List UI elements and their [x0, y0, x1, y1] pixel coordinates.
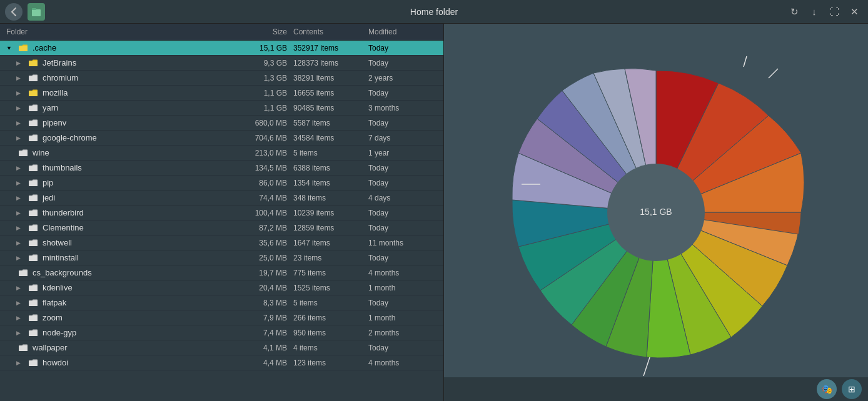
- close-button[interactable]: ✕: [845, 3, 863, 21]
- folder-icon: [28, 164, 39, 172]
- modified-cell: 7 days: [368, 134, 437, 142]
- modified-cell: Today: [368, 89, 437, 97]
- contents-cell: 352917 items: [293, 44, 368, 52]
- fullscreen-button[interactable]: ⛶: [825, 3, 843, 21]
- folder-name: pipenv: [43, 118, 66, 127]
- expand-arrow[interactable]: ▶: [16, 90, 24, 96]
- expand-arrow[interactable]: ▶: [16, 210, 24, 216]
- table-row[interactable]: ▶ pip 86,0 MB 1354 items Today: [0, 176, 443, 191]
- folder-icon: [28, 59, 39, 67]
- table-row[interactable]: wallpaper 4,1 MB 4 items Today: [0, 340, 443, 355]
- size-cell: 20,4 MB: [231, 284, 293, 292]
- folder-icon: [28, 284, 39, 292]
- size-cell: 35,6 MB: [231, 239, 293, 247]
- contents-cell: 34584 items: [293, 134, 368, 142]
- folder-icon: [28, 119, 39, 127]
- folder-name: thunderbird: [43, 208, 84, 217]
- expand-arrow[interactable]: ▶: [16, 360, 24, 366]
- contents-cell: 775 items: [293, 269, 368, 277]
- table-row[interactable]: ▶ thumbnails 134,5 MB 6388 items Today: [0, 161, 443, 176]
- size-cell: 74,4 MB: [231, 194, 293, 202]
- folder-name: howdoi: [43, 358, 68, 367]
- contents-cell: 5 items: [293, 149, 368, 157]
- table-row[interactable]: ▶ kdenlive 20,4 MB 1525 items 1 month: [0, 280, 443, 295]
- size-cell: 19,7 MB: [231, 269, 293, 277]
- contents-cell: 5587 items: [293, 119, 368, 127]
- table-row[interactable]: ▼ .cache 15,1 GB 352917 items Today: [0, 41, 443, 56]
- table-row[interactable]: ▶ flatpak 8,3 MB 5 items Today: [0, 295, 443, 310]
- file-list: ▼ .cache 15,1 GB 352917 items Today ▶ Je…: [0, 41, 443, 401]
- expand-arrow[interactable]: ▶: [16, 285, 24, 291]
- contents-cell: 128373 items: [293, 59, 368, 67]
- contents-cell: 348 items: [293, 194, 368, 202]
- folder-icon: [28, 74, 39, 82]
- table-row[interactable]: ▶ mozilla 1,1 GB 16655 items Today: [0, 86, 443, 101]
- expand-arrow[interactable]: ▶: [16, 225, 24, 231]
- folder-icon: [28, 104, 39, 112]
- table-row[interactable]: ▶ JetBrains 9,3 GB 128373 items Today: [0, 56, 443, 71]
- modified-cell: 2 years: [368, 74, 437, 82]
- table-row[interactable]: cs_backgrounds 19,7 MB 775 items 4 month…: [0, 265, 443, 280]
- table-row[interactable]: wine 213,0 MB 5 items 1 year: [0, 146, 443, 161]
- size-cell: 7,4 MB: [231, 329, 293, 337]
- size-cell: 1,1 GB: [231, 104, 293, 112]
- expand-arrow[interactable]: ▶: [16, 105, 24, 111]
- expand-arrow[interactable]: ▼: [6, 45, 14, 51]
- expand-arrow[interactable]: ▶: [16, 75, 24, 81]
- grid-button[interactable]: ⊞: [842, 379, 862, 399]
- expand-arrow[interactable]: ▶: [16, 60, 24, 66]
- contents-cell: 16655 items: [293, 89, 368, 97]
- table-row[interactable]: ▶ mintinstall 25,0 MB 23 items Today: [0, 250, 443, 265]
- folder-name: mintinstall: [43, 253, 79, 262]
- table-row[interactable]: ▶ Clementine 87,2 MB 12859 items Today: [0, 220, 443, 235]
- folder-icon: [28, 194, 39, 202]
- table-row[interactable]: ▶ chromium 1,3 GB 38291 items 2 years: [0, 71, 443, 86]
- expand-arrow[interactable]: ▶: [16, 120, 24, 126]
- table-row[interactable]: ▶ zoom 7,9 MB 266 items 1 month: [0, 310, 443, 325]
- back-button[interactable]: [5, 3, 23, 21]
- table-row[interactable]: ▶ thunderbird 100,4 MB 10239 items Today: [0, 205, 443, 220]
- modified-cell: 1 year: [368, 149, 437, 157]
- folder-name: shotwell: [43, 238, 72, 247]
- table-row[interactable]: ▶ google-chrome 704,6 MB 34584 items 7 d…: [0, 131, 443, 146]
- table-row[interactable]: ▶ jedi 74,4 MB 348 items 4 days: [0, 191, 443, 205]
- expand-arrow[interactable]: ▶: [16, 315, 24, 321]
- size-cell: 213,0 MB: [231, 149, 293, 157]
- table-row[interactable]: ▶ yarn 1,1 GB 90485 items 3 months: [0, 101, 443, 116]
- folder-name: google-chrome: [43, 133, 97, 142]
- modified-cell: 1 month: [368, 284, 437, 292]
- col-size: Size: [231, 27, 293, 36]
- refresh-button[interactable]: ↻: [785, 3, 803, 21]
- size-cell: 8,3 MB: [231, 299, 293, 307]
- contents-cell: 1354 items: [293, 179, 368, 187]
- modified-cell: 4 months: [368, 359, 437, 367]
- modified-cell: 11 months: [368, 239, 437, 247]
- chart-panel: 15,1 GB: [444, 24, 868, 401]
- folder-name: pip: [43, 178, 53, 187]
- contents-cell: 10239 items: [293, 209, 368, 217]
- folder-icon: [28, 89, 39, 97]
- table-row[interactable]: ▶ howdoi 4,4 MB 123 items 4 months: [0, 355, 443, 370]
- expand-arrow[interactable]: ▶: [16, 135, 24, 141]
- folder-name: mozilla: [43, 88, 68, 97]
- expand-arrow[interactable]: ▶: [16, 240, 24, 246]
- expand-arrow[interactable]: ▶: [16, 165, 24, 171]
- folder-name: .cache: [33, 43, 56, 52]
- table-row[interactable]: ▶ pipenv 680,0 MB 5587 items Today: [0, 116, 443, 131]
- table-row[interactable]: ▶ shotwell 35,6 MB 1647 items 11 months: [0, 235, 443, 250]
- folder-name: JetBrains: [43, 58, 76, 67]
- download-button[interactable]: ↓: [805, 3, 823, 21]
- folder-icon: [28, 299, 39, 307]
- size-cell: 704,6 MB: [231, 134, 293, 142]
- modified-cell: Today: [368, 254, 437, 262]
- titlebar-left: [5, 3, 45, 21]
- expand-arrow[interactable]: ▶: [16, 195, 24, 201]
- table-row[interactable]: ▶ node-gyp 7,4 MB 950 items 2 months: [0, 325, 443, 340]
- folder-icon: [18, 149, 29, 157]
- expand-arrow[interactable]: ▶: [16, 255, 24, 261]
- size-cell: 1,3 GB: [231, 74, 293, 82]
- expand-arrow[interactable]: ▶: [16, 300, 24, 306]
- expand-arrow[interactable]: ▶: [16, 180, 24, 186]
- expand-arrow[interactable]: ▶: [16, 330, 24, 336]
- avatar-button[interactable]: 🎭: [817, 379, 837, 399]
